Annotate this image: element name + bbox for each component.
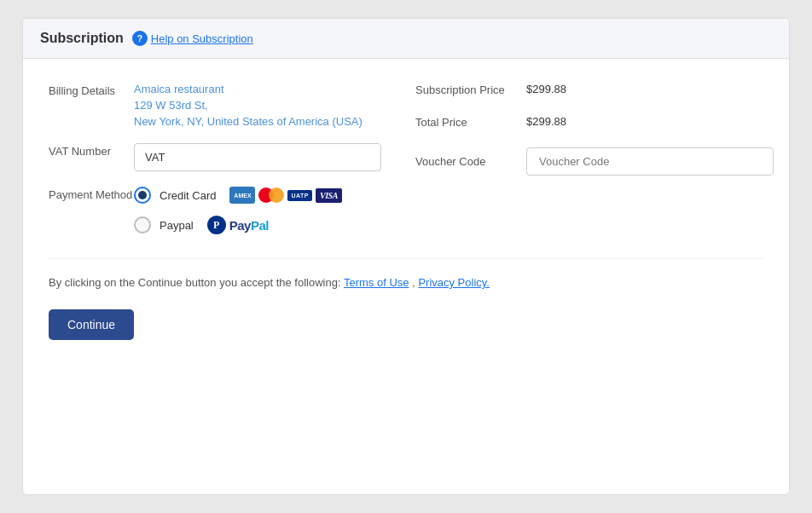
total-price-label: Total Price xyxy=(415,115,526,130)
privacy-policy-link[interactable]: Privacy Policy. xyxy=(418,276,490,289)
credit-card-radio[interactable] xyxy=(134,187,151,204)
vat-input[interactable] xyxy=(134,143,381,171)
page-title: Subscription xyxy=(40,31,124,46)
visa-icon: VISA xyxy=(316,188,342,203)
subscription-price-value: $299.88 xyxy=(526,83,566,95)
credit-card-option[interactable]: Credit Card AMEX UATP VISA xyxy=(134,187,342,204)
help-icon: ? xyxy=(132,31,148,46)
paypal-icons: P PayPal xyxy=(207,216,269,234)
terms-of-use-link[interactable]: Terms of Use xyxy=(344,276,409,289)
subscription-price-label: Subscription Price xyxy=(415,83,526,98)
actions-row: Continue xyxy=(49,309,763,340)
vat-label: VAT Number xyxy=(49,143,134,158)
billing-name: Amaica restaurant xyxy=(134,83,362,95)
terms-separator: , xyxy=(412,276,415,289)
vat-number-row: VAT Number xyxy=(49,143,381,171)
form-grid: Billing Details Amaica restaurant 129 W … xyxy=(49,83,763,250)
credit-card-label: Credit Card xyxy=(160,189,216,202)
total-price-row: Total Price $299.88 xyxy=(415,115,774,130)
voucher-row: Voucher Code xyxy=(415,147,774,176)
billing-address1: 129 W 53rd St, xyxy=(134,99,362,112)
mastercard-icon xyxy=(258,187,284,204)
uatp-icon: UATP xyxy=(287,190,312,201)
help-link[interactable]: ? Help on Subscription xyxy=(132,31,253,46)
card-body: Billing Details Amaica restaurant 129 W … xyxy=(23,59,789,364)
payment-label: Payment Method xyxy=(49,187,134,201)
total-price-value: $299.88 xyxy=(526,115,566,128)
amex-icon: AMEX xyxy=(229,187,255,204)
card-icons: AMEX UATP VISA xyxy=(229,187,341,204)
terms-prefix: By clicking on the Continue button you a… xyxy=(49,276,341,289)
help-link-text: Help on Subscription xyxy=(151,32,253,45)
subscription-card: Subscription ? Help on Subscription Bill… xyxy=(22,18,790,495)
payment-options: Credit Card AMEX UATP VISA xyxy=(134,187,342,234)
continue-button[interactable]: Continue xyxy=(49,309,134,340)
card-header: Subscription ? Help on Subscription xyxy=(23,19,789,59)
billing-details-row: Billing Details Amaica restaurant 129 W … xyxy=(49,83,381,128)
left-column: Billing Details Amaica restaurant 129 W … xyxy=(49,83,381,250)
right-column: Subscription Price $299.88 Total Price $… xyxy=(415,83,774,250)
divider xyxy=(49,258,763,259)
voucher-label: Voucher Code xyxy=(415,154,526,170)
billing-address2: New York, NY, United States of America (… xyxy=(134,115,362,128)
billing-address: Amaica restaurant 129 W 53rd St, New Yor… xyxy=(134,83,362,128)
subscription-price-row: Subscription Price $299.88 xyxy=(415,83,774,98)
terms-row: By clicking on the Continue button you a… xyxy=(49,276,763,289)
paypal-option[interactable]: Paypal P PayPal xyxy=(134,216,342,234)
voucher-input[interactable] xyxy=(526,147,774,176)
paypal-radio[interactable] xyxy=(134,216,151,233)
payment-method-section: Payment Method Credit Card AMEX xyxy=(49,187,381,234)
paypal-icon: P xyxy=(207,216,226,234)
paypal-text: PayPal xyxy=(229,218,269,233)
billing-label: Billing Details xyxy=(49,83,134,97)
paypal-label: Paypal xyxy=(160,219,194,232)
